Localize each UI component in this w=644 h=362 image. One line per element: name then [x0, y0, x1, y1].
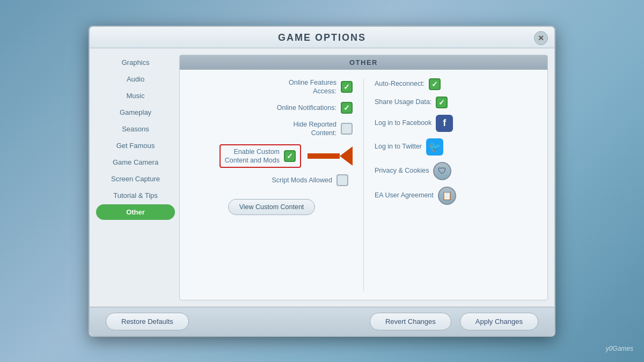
- sidebar-item-gameplay[interactable]: Gameplay: [96, 105, 175, 120]
- online-features-row: Online FeaturesAccess:: [191, 78, 353, 96]
- dialog-body: Graphics Audio Music Gameplay Seasons Ge…: [90, 48, 554, 307]
- online-features-checkbox[interactable]: [341, 81, 353, 93]
- auto-reconnect-checkbox[interactable]: [429, 78, 441, 90]
- privacy-shield-icon[interactable]: 🛡: [433, 162, 451, 180]
- bottom-bar: Restore Defaults Revert Changes Apply Ch…: [90, 307, 554, 336]
- arrow-indicator: [308, 146, 353, 166]
- hide-reported-checkbox[interactable]: [341, 123, 353, 135]
- script-mods-row: Script Mods Allowed: [191, 174, 353, 186]
- hide-reported-label: Hide ReportedContent:: [293, 120, 336, 138]
- sidebar-item-game-camera[interactable]: Game Camera: [96, 154, 175, 170]
- twitter-row: Log in to Twitter 🐦: [375, 138, 537, 156]
- online-features-label: Online FeaturesAccess:: [289, 78, 336, 96]
- online-notifications-row: Online Notifications:: [191, 102, 353, 114]
- title-bar: Game Options ✕: [90, 27, 554, 48]
- facebook-icon[interactable]: f: [436, 115, 453, 132]
- dialog-title: Game Options: [278, 32, 366, 43]
- hide-reported-row: Hide ReportedContent:: [191, 120, 353, 138]
- twitter-label: Log in to Twitter: [375, 142, 422, 151]
- revert-changes-button[interactable]: Revert Changes: [370, 313, 451, 330]
- facebook-label: Log in to Facebook: [375, 119, 431, 127]
- settings-right-column: Auto-Reconnect: Share Usage Data: Log in…: [363, 78, 537, 291]
- privacy-label: Privacy & Cookies: [375, 166, 429, 175]
- enable-custom-row: Enable CustomContent and Mods: [219, 144, 301, 168]
- auto-reconnect-label: Auto-Reconnect:: [375, 79, 425, 88]
- settings-left-column: Online FeaturesAccess: Online Notificati…: [191, 78, 363, 291]
- sidebar-item-other[interactable]: Other: [96, 204, 175, 220]
- apply-changes-button[interactable]: Apply Changes: [460, 313, 538, 330]
- share-usage-label: Share Usage Data:: [375, 98, 431, 106]
- close-button[interactable]: ✕: [534, 31, 548, 45]
- facebook-row: Log in to Facebook f: [375, 115, 537, 132]
- restore-defaults-button[interactable]: Restore Defaults: [106, 313, 189, 330]
- bottom-right-buttons: Revert Changes Apply Changes: [370, 313, 538, 330]
- share-usage-checkbox[interactable]: [436, 97, 448, 108]
- arrow-head: [340, 146, 353, 166]
- enable-custom-label: Enable CustomContent and Mods: [225, 147, 280, 165]
- view-custom-content-button[interactable]: View Custom Content: [228, 199, 316, 215]
- auto-reconnect-row: Auto-Reconnect:: [375, 78, 537, 90]
- ea-agreement-row: EA User Agreement 📋: [375, 187, 537, 205]
- ea-document-icon[interactable]: 📋: [438, 187, 456, 205]
- sidebar-item-audio[interactable]: Audio: [96, 71, 175, 87]
- online-notifications-label: Online Notifications:: [277, 104, 336, 112]
- share-usage-row: Share Usage Data:: [375, 97, 537, 108]
- sidebar-item-get-famous[interactable]: Get Famous: [96, 138, 175, 153]
- enable-custom-checkbox[interactable]: [284, 150, 296, 162]
- script-mods-label: Script Mods Allowed: [272, 176, 332, 184]
- privacy-row: Privacy & Cookies 🛡: [375, 162, 537, 180]
- settings-area: Online FeaturesAccess: Online Notificati…: [180, 70, 547, 300]
- sidebar-item-tutorial[interactable]: Tutorial & Tips: [96, 188, 175, 203]
- script-mods-checkbox[interactable]: [336, 174, 348, 186]
- game-options-dialog: Game Options ✕ Graphics Audio Music Game…: [89, 26, 555, 337]
- watermark: y0Games: [606, 345, 633, 352]
- sidebar-item-screen-capture[interactable]: Screen Capture: [96, 171, 175, 187]
- twitter-icon[interactable]: 🐦: [426, 138, 443, 156]
- arrow-body: [308, 153, 340, 159]
- sidebar: Graphics Audio Music Gameplay Seasons Ge…: [96, 55, 179, 300]
- sidebar-item-music[interactable]: Music: [96, 88, 175, 104]
- ea-agreement-label: EA User Agreement: [375, 191, 434, 200]
- section-header: Other: [180, 55, 547, 70]
- sidebar-item-graphics[interactable]: Graphics: [96, 55, 175, 70]
- sidebar-item-seasons[interactable]: Seasons: [96, 121, 175, 137]
- online-notifications-checkbox[interactable]: [341, 102, 353, 114]
- main-content-panel: Other Online FeaturesAccess: Online Noti…: [179, 55, 548, 300]
